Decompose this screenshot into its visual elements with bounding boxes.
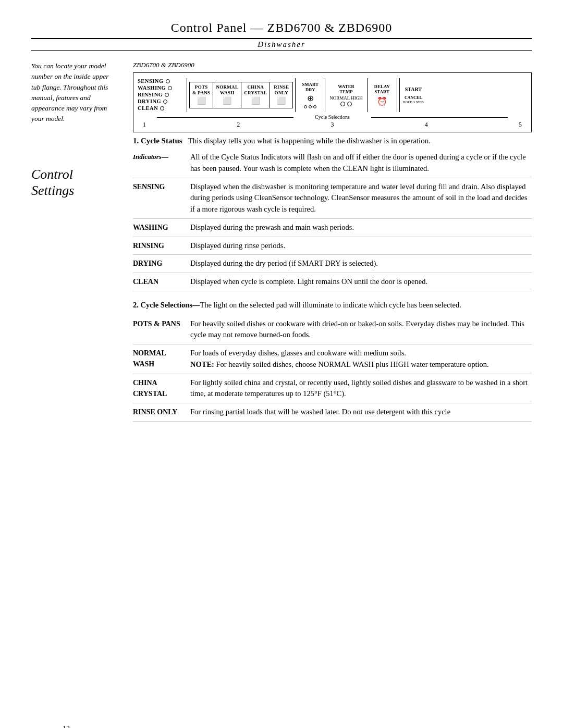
- normal-wash-line1: NORMAL: [216, 84, 238, 90]
- vertical-divider-4: [367, 78, 368, 112]
- model-note: You can locate your model number on the …: [31, 61, 117, 125]
- table-row: NORMALWASH For loads of everyday dishes,…: [133, 344, 532, 374]
- normal-temp-label: NORMAL: [329, 95, 350, 101]
- normal-wash-term: NORMALWASH: [133, 344, 190, 374]
- pots-pans-button[interactable]: POTS & PANS ⬜: [189, 82, 213, 108]
- panel-numbers: 1 2 3 4 5: [138, 120, 527, 129]
- delay-start-icon: ⏰: [377, 96, 387, 106]
- temp-circle-1[interactable]: [340, 102, 345, 106]
- rinse-only-icon: ⬜: [277, 97, 286, 106]
- cycle-status-table: Indicators— All of the Cycle Status Indi…: [133, 149, 532, 291]
- vertical-divider-2: [295, 78, 296, 112]
- smart-dry-line2: DRY: [305, 87, 315, 92]
- delay-start-line2: START: [375, 89, 389, 94]
- panel-num-3: 3: [331, 121, 334, 129]
- water-temp-line1: WATER: [338, 84, 354, 89]
- vertical-divider-3: [325, 78, 325, 112]
- indicators-term: Indicators—: [133, 149, 190, 178]
- drying-term: DRYING: [133, 255, 190, 273]
- clean-label: CLEAN: [138, 105, 158, 111]
- clean-term: CLEAN: [133, 273, 190, 291]
- table-row: Indicators— All of the Cycle Status Indi…: [133, 149, 532, 178]
- page-header: Control Panel — ZBD6700 & ZBD6900 Dishwa…: [31, 21, 532, 51]
- china-crystal-icon: ⬜: [251, 97, 260, 106]
- rinse-only-line2: ONLY: [275, 90, 288, 96]
- rinse-only-button[interactable]: RINSE ONLY ⬜: [270, 82, 293, 108]
- section-cycle-status: 1. Cycle Status This display tells you w…: [133, 137, 532, 291]
- normal-wash-icon: ⬜: [223, 97, 231, 106]
- smart-dry-label: SMART DRY: [302, 82, 319, 92]
- washing-label: WASHING: [138, 85, 166, 91]
- water-temp-line2: TEMP: [339, 89, 352, 94]
- smart-dry-icon: ⊕: [307, 93, 314, 103]
- left-column: You can locate your model number on the …: [31, 61, 117, 430]
- china-crystal-button[interactable]: CHINA CRYSTAL ⬜: [241, 82, 270, 108]
- table-row: WASHING Displayed during the prewash and…: [133, 218, 532, 237]
- cycle-buttons: POTS & PANS ⬜ NORMAL WASH ⬜ CHINA CRYSTA…: [189, 78, 293, 112]
- panel-num-5: 5: [519, 121, 522, 129]
- china-crystal-line1: CHINA: [247, 84, 264, 90]
- table-row: POTS & PANS For heavily soiled dishes or…: [133, 315, 532, 344]
- rinsing-indicator: [165, 93, 169, 97]
- table-row: SENSING Displayed when the dishwasher is…: [133, 178, 532, 218]
- drying-desc: Displayed during the dry period (if SMAR…: [190, 255, 532, 273]
- cancel-button-label[interactable]: CANCEL: [405, 95, 422, 100]
- dot-2: [309, 105, 312, 108]
- china-crystal-line2: CRYSTAL: [244, 90, 267, 96]
- table-row: CLEAN Displayed when cycle is complete. …: [133, 273, 532, 291]
- clean-indicator: [160, 106, 164, 110]
- section-cycle-selections: 2. Cycle Selections—The light on the sel…: [133, 300, 532, 422]
- note-bold: NOTE:: [190, 360, 214, 368]
- delay-start-label: DELAY START: [374, 84, 390, 94]
- cycle-selections-text: Cycle Selections: [315, 114, 350, 120]
- normal-wash-desc: For loads of everyday dishes, glasses an…: [190, 344, 532, 374]
- table-row: RINSE ONLY For rinsing partial loads tha…: [133, 403, 532, 422]
- panel-num-2: 2: [237, 121, 240, 129]
- normal-wash-button[interactable]: NORMAL WASH ⬜: [213, 82, 241, 108]
- panel-num-4: 4: [425, 121, 428, 129]
- sensing-term: SENSING: [133, 178, 190, 218]
- pots-pans-term: POTS & PANS: [133, 315, 190, 344]
- sensing-label: SENSING: [138, 78, 164, 84]
- control-panel-diagram: SENSING WASHING RINSING DRYING: [133, 72, 532, 132]
- indicators-desc: All of the Cycle Status Indicators will …: [190, 149, 532, 178]
- start-cancel-section: START CANCEL HOLD 3 SECS: [399, 78, 427, 112]
- smart-dry-dots: [304, 105, 316, 108]
- dot-3: [313, 105, 316, 108]
- washing-term: WASHING: [133, 218, 190, 237]
- status-drying: DRYING: [138, 98, 180, 104]
- page-title: Control Panel — ZBD6700 & ZBD6900: [31, 21, 532, 35]
- rinsing-desc: Displayed during rinse periods.: [190, 237, 532, 255]
- water-temp-label: WATER TEMP: [338, 84, 354, 94]
- rinse-only-desc: For rinsing partial loads that will be w…: [190, 403, 532, 422]
- page-number: 12: [63, 725, 70, 728]
- cycle-selections-intro: 2. Cycle Selections—The light on the sel…: [133, 300, 532, 311]
- clean-desc: Displayed when cycle is complete. Light …: [190, 273, 532, 291]
- vertical-divider-5: [397, 78, 397, 112]
- start-button-label[interactable]: START: [405, 87, 422, 92]
- table-row: DRYING Displayed during the dry period (…: [133, 255, 532, 273]
- model-label: ZBD6700 & ZBD6900: [133, 61, 532, 69]
- rinse-only-term: RINSE ONLY: [133, 403, 190, 422]
- right-column: ZBD6700 & ZBD6900 SENSING WASHING: [133, 61, 532, 430]
- delay-start-line1: DELAY: [374, 84, 390, 89]
- pots-pans-desc: For heavily soiled dishes or cookware wi…: [190, 315, 532, 344]
- vertical-divider-1: [187, 78, 187, 112]
- drying-label: DRYING: [138, 98, 161, 104]
- status-sensing: SENSING: [138, 78, 180, 84]
- sensing-desc: Displayed when the dishwasher is monitor…: [190, 178, 532, 218]
- cycle-selections-num: 2. Cycle Selections—: [133, 301, 200, 309]
- normal-wash-line2: WASH: [220, 90, 235, 96]
- water-temp-options: NORMAL HIGH: [329, 95, 363, 101]
- status-clean: CLEAN: [138, 105, 180, 111]
- table-row: RINSING Displayed during rinse periods.: [133, 237, 532, 255]
- rinsing-term: RINSING: [133, 237, 190, 255]
- rinse-only-line1: RINSE: [274, 84, 289, 90]
- panel-num-1: 1: [143, 121, 146, 129]
- temp-circle-2[interactable]: [347, 102, 352, 106]
- rinsing-label: RINSING: [138, 92, 163, 97]
- washing-desc: Displayed during the prewash and main wa…: [190, 218, 532, 237]
- dot-1: [304, 105, 307, 108]
- control-settings-title: ControlSettings: [31, 166, 117, 199]
- pots-pans-line2: & PANS: [192, 90, 210, 96]
